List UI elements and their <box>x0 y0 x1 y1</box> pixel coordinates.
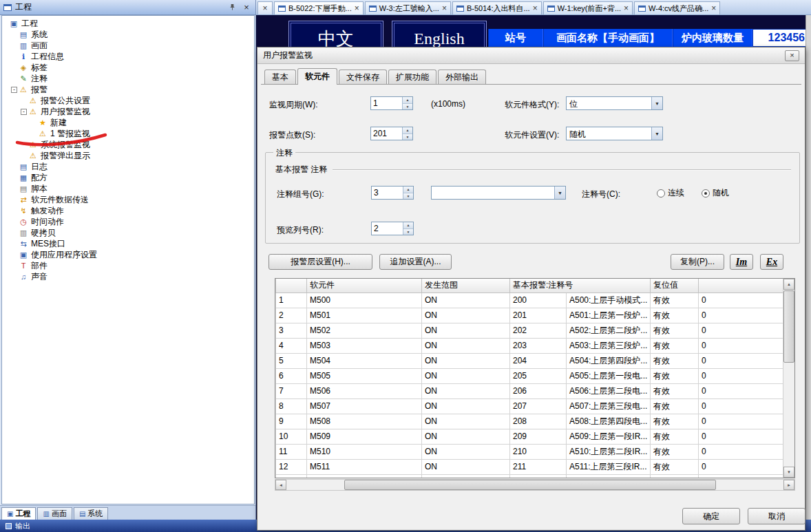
tree-item-script[interactable]: ▤脚本 <box>2 183 254 194</box>
spin-up-icon[interactable]: ▲ <box>403 222 413 229</box>
doc-tab-2[interactable]: B-5014:入出料自...× <box>452 1 542 14</box>
radio-random[interactable]: 随机 <box>702 187 729 199</box>
comment-group-no-input[interactable]: ▲ ▼ <box>371 186 414 200</box>
close-icon[interactable]: × <box>711 5 716 12</box>
tree-item-alarm-watch-1[interactable]: ⚠1 警报监视 <box>2 128 254 139</box>
expander-icon[interactable]: - <box>11 87 17 93</box>
tree-item-project-info[interactable]: ℹ工程信息 <box>2 51 254 62</box>
close-icon[interactable]: × <box>442 5 447 12</box>
partial-tab-close-icon[interactable]: × <box>257 1 273 14</box>
dialog-close-button[interactable]: × <box>785 50 799 61</box>
panel-tab-0[interactable]: ▣工程 <box>1 507 36 520</box>
tree-item-mes-interface[interactable]: ⇆MES接口 <box>2 238 254 249</box>
tree-item-project[interactable]: ▣工程 <box>2 18 254 29</box>
tree-item-alarm[interactable]: -⚠报警 <box>2 84 254 95</box>
tree-item-sound[interactable]: ♫声音 <box>2 271 254 282</box>
scroll-left-icon[interactable]: ◄ <box>275 480 286 490</box>
tree-item-system-alarm-watch[interactable]: ⚠系统报警监视 <box>2 139 254 150</box>
cancel-button[interactable]: 取消 <box>748 508 805 524</box>
tree-item-user-alarm-watch[interactable]: -⚠用户报警监视 <box>2 106 254 117</box>
table-row[interactable]: 2M501ON201A501:上层第一段炉...有效0 <box>276 308 783 323</box>
tree-item-screen[interactable]: ▥画面 <box>2 40 254 51</box>
tree-item-recipe[interactable]: ▦配方 <box>2 172 254 183</box>
table-row[interactable]: 7M506ON206A506:上层第二段电...有效0 <box>276 383 783 398</box>
dialog-tab-1[interactable]: 软元件 <box>297 68 337 85</box>
table-row[interactable]: 5M504ON204A504:上层第四段炉...有效0 <box>276 353 783 368</box>
dialog-tab-4[interactable]: 外部输出 <box>438 70 486 84</box>
spin-down-icon[interactable]: ▼ <box>403 134 412 140</box>
close-icon[interactable]: × <box>624 5 629 12</box>
copy-button[interactable]: 复制(P)... <box>671 254 724 270</box>
tree-item-app-settings[interactable]: ▣使用应用程序设置 <box>2 249 254 260</box>
import-button[interactable]: Im <box>730 254 753 270</box>
watch-cycle-field[interactable] <box>371 97 402 109</box>
scroll-up-icon[interactable]: ▲ <box>783 279 794 290</box>
add-setting-button[interactable]: 追加设置(A)... <box>379 254 452 270</box>
doc-tab-3[interactable]: W-1:key(前面+背...× <box>543 1 633 14</box>
scroll-thumb[interactable] <box>783 290 794 363</box>
table-row[interactable]: 6M505ON205A505:上层第一段电...有效0 <box>276 368 783 383</box>
comment-group-no-field[interactable] <box>372 187 403 199</box>
preview-col-field[interactable] <box>372 222 403 235</box>
tree-item-hard-copy[interactable]: ▥硬拷贝 <box>2 227 254 238</box>
scroll-right-icon[interactable]: ► <box>783 480 794 490</box>
close-icon[interactable]: × <box>533 5 538 12</box>
panel-tab-2[interactable]: ▤系统 <box>74 507 108 520</box>
tree-item-trigger-action[interactable]: ↯触发动作 <box>2 205 254 216</box>
table-row[interactable]: 9M508ON208A508:上层第四段电...有效0 <box>276 414 783 429</box>
table-row[interactable]: 10M509ON209A509:上层第一段IR...有效0 <box>276 429 783 444</box>
tree-item-tag[interactable]: ◈标签 <box>2 62 254 73</box>
doc-tab-1[interactable]: W-3:左工號輸入...× <box>365 1 451 14</box>
watch-cycle-input[interactable]: ▲ ▼ <box>370 96 413 110</box>
scroll-thumb[interactable] <box>344 480 716 490</box>
spin-down-icon[interactable]: ▼ <box>403 229 413 235</box>
pin-icon[interactable] <box>227 2 238 13</box>
doc-tab-0[interactable]: B-5022:下層手動...× <box>274 1 364 14</box>
table-row[interactable]: 3M502ON202A502:上层第二段炉...有效0 <box>276 323 783 338</box>
tree-item-new[interactable]: ★新建 <box>2 117 254 128</box>
dialog-tab-2[interactable]: 文件保存 <box>339 70 387 84</box>
spin-down-icon[interactable]: ▼ <box>403 193 413 200</box>
table-vertical-scrollbar[interactable]: ▲ ▼ <box>783 279 794 478</box>
tree-item-system[interactable]: ▤系统 <box>2 29 254 40</box>
tree-item-alarm-common[interactable]: ⚠报警公共设置 <box>2 95 254 106</box>
chevron-down-icon[interactable]: ▼ <box>554 187 565 199</box>
chevron-down-icon[interactable]: ▼ <box>651 127 662 140</box>
table-row[interactable]: 1M500ON200A500:上层手动模式...有效0 <box>276 292 783 308</box>
preview-col-input[interactable]: ▲ ▼ <box>371 222 414 235</box>
spin-up-icon[interactable]: ▲ <box>403 187 413 193</box>
tree-item-time-action[interactable]: ◷时间动作 <box>2 216 254 227</box>
tree-item-device-data-transfer[interactable]: ⇄软元件数据传送 <box>2 194 254 205</box>
tree-item-comment[interactable]: ✎注释 <box>2 73 254 84</box>
spin-up-icon[interactable]: ▲ <box>403 97 412 104</box>
project-panel-titlebar[interactable]: 工程 × <box>0 0 255 15</box>
tree-item-parts[interactable]: T部件 <box>2 260 254 271</box>
scroll-down-icon[interactable]: ▼ <box>783 467 794 478</box>
close-icon[interactable]: × <box>241 2 252 13</box>
alarm-points-input[interactable]: ▲ ▼ <box>370 127 413 140</box>
dialog-titlebar[interactable]: 用户报警监视 × <box>257 47 805 64</box>
panel-tab-1[interactable]: ▥画面 <box>37 507 72 520</box>
dialog-tab-3[interactable]: 扩展功能 <box>388 70 436 84</box>
ok-button[interactable]: 确定 <box>682 508 740 524</box>
alarm-level-settings-button[interactable]: 报警层设置(H)... <box>268 254 372 270</box>
alarm-points-field[interactable] <box>371 127 402 140</box>
device-format-select[interactable]: 位 ▼ <box>566 96 663 110</box>
doc-tab-4[interactable]: W-4:cv线产品确...× <box>634 1 720 14</box>
export-button[interactable]: Ex <box>760 254 783 270</box>
tree-item-log[interactable]: ▤日志 <box>2 161 254 172</box>
table-row[interactable]: 12M511ON211A511:上层第三段IR...有效0 <box>276 459 783 474</box>
chevron-down-icon[interactable]: ▼ <box>651 97 662 109</box>
canvas-scrollbar[interactable] <box>805 15 811 520</box>
table-row[interactable]: 13M512ON212A512:上层第四段IR...有效0 <box>276 474 783 478</box>
table-row[interactable]: 4M503ON203A503:上层第三段炉...有效0 <box>276 338 783 353</box>
device-setting-select[interactable]: 随机 ▼ <box>566 127 663 140</box>
spin-down-icon[interactable]: ▼ <box>403 104 412 110</box>
tree-item-alarm-popup[interactable]: ⚠报警弹出显示 <box>2 150 254 161</box>
table-row[interactable]: 8M507ON207A507:上层第三段电...有效0 <box>276 398 783 414</box>
expander-icon[interactable]: - <box>21 109 27 115</box>
spin-up-icon[interactable]: ▲ <box>403 127 412 134</box>
comment-group-select[interactable]: ▼ <box>431 186 566 200</box>
table-row[interactable]: 11M510ON210A510:上层第二段IR...有效0 <box>276 444 783 459</box>
dialog-tab-0[interactable]: 基本 <box>264 70 296 84</box>
